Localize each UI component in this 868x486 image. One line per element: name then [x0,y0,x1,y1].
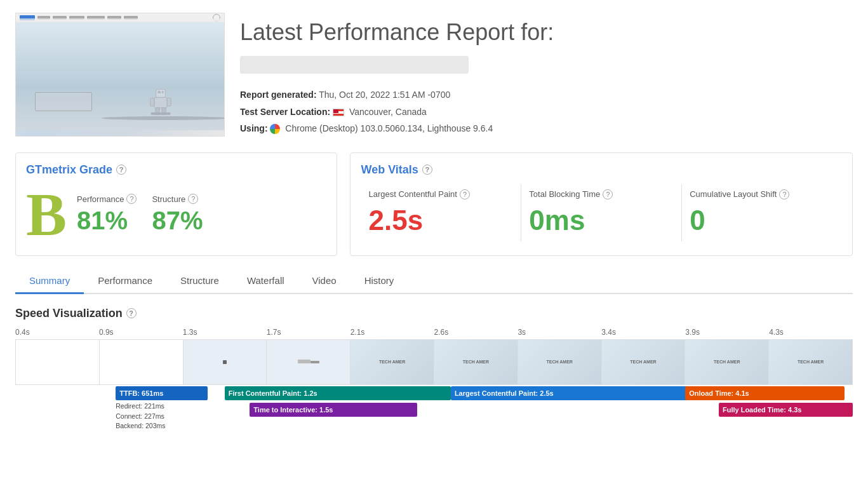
ruler-mark-8: 3.9s [685,328,769,337]
fcp-bar: First Contentful Paint: 1.2s [225,386,451,400]
svg-rect-2 [162,91,164,93]
screenshot-frame-4 [267,340,351,384]
cls-help-icon[interactable]: ? [779,189,789,199]
server-location-label: Test Server Location: [240,107,330,117]
tti-bar: Time to Interactive: 1.5s [250,403,417,417]
tbt-vital: Total Blocking Time ? 0ms [521,184,682,241]
performance-value: 81% [77,206,137,235]
screenshot-label-7: TECH AMER [547,360,573,364]
svg-rect-0 [156,90,166,98]
ruler-mark-7: 3.4s [601,328,685,337]
tab-history[interactable]: History [351,269,408,294]
web-vitals-card: Web Vitals ? Largest Contentful Paint ? … [350,152,853,256]
speed-viz-title: Speed Visualization ? [15,307,853,320]
web-vitals-help-icon[interactable]: ? [422,165,432,175]
ruler-mark-0: 0.4s [15,328,99,337]
using-row: Using: Chrome (Desktop) 103.0.5060.134, … [240,120,853,137]
report-info: Latest Performance Report for: Report ge… [240,13,853,137]
performance-help-icon[interactable]: ? [126,194,137,204]
report-generated-label: Report generated: [240,90,317,100]
structure-label: Structure ? [152,194,203,204]
ruler-mark-3: 1.7s [267,328,351,337]
onload-bar: Onload Time: 4.1s [685,386,845,400]
using-value: Chrome (Desktop) 103.0.5060.134, Lightho… [285,123,493,133]
tab-performance[interactable]: Performance [84,269,166,294]
annotations-area: TTFB: 651ms Redirect: 221msConnect: 227m… [15,386,853,443]
lcp-vital: Largest Contentful Paint ? 2.5s [361,184,521,241]
lcp-label: Largest Contentful Paint ? [368,189,513,199]
screenshot-frame-9: TECH AMER [685,340,769,384]
screenshots-container: TECH AMER TECH AMER TECH AMER TECH AMER … [15,339,853,385]
performance-label: Performance ? [77,194,137,204]
screenshot-frame-1 [16,340,100,384]
screenshot-frame-10: TECH AMER [769,340,852,384]
tab-summary[interactable]: Summary [15,269,84,294]
screenshot-frame-2 [100,340,184,384]
screenshot-frame-5: TECH AMER [351,340,434,384]
gtmetrix-grade-card: GTmetrix Grade ? B Performance ? 81% [15,152,337,256]
grade-metrics: Performance ? 81% Structure ? 87% [77,194,203,235]
report-title: Latest Performance Report for: [240,19,853,46]
speed-viz-help-icon[interactable]: ? [126,308,137,318]
screenshot-frame-8: TECH AMER [602,340,686,384]
using-label: Using: [240,123,268,133]
tbt-label: Total Blocking Time ? [529,189,674,199]
screenshots-strip: TECH AMER TECH AMER TECH AMER TECH AMER … [15,339,853,385]
gtmetrix-grade-title: GTmetrix Grade ? [26,163,326,177]
svg-rect-5 [167,98,171,106]
grades-section: GTmetrix Grade ? B Performance ? 81% [15,152,853,256]
structure-value: 87% [152,206,203,235]
structure-help-icon[interactable]: ? [188,194,198,204]
cls-label: Cumulative Layout Shift ? [690,189,834,199]
canada-flag-icon [333,109,344,116]
ruler-mark-9: 4.3s [769,328,853,337]
svg-rect-4 [150,98,154,106]
tbt-help-icon[interactable]: ? [603,189,613,199]
tabs-section: Summary Performance Structure Waterfall … [15,269,853,294]
screenshot-label-8: TECH AMER [630,360,656,364]
timeline-ruler: 0.4s 0.9s 1.3s 1.7s 2.1s 2.6s 3s 3.4s 3.… [15,328,853,337]
screenshot-frame-6: TECH AMER [434,340,518,384]
screenshot-label-10: TECH AMER [798,360,824,364]
fully-loaded-bar: Fully Loaded Time: 4.3s [719,403,853,417]
svg-rect-1 [157,91,161,93]
grade-letter: B [26,184,67,245]
report-meta: Report generated: Thu, Oct 20, 2022 1:51… [240,86,853,137]
tbt-value: 0ms [529,205,674,236]
server-location-row: Test Server Location: Vancouver, Canada [240,104,853,121]
lcp-value: 2.5s [368,205,513,236]
robot-illustration [148,87,173,119]
ruler-mark-1: 0.9s [99,328,183,337]
screenshot-label-6: TECH AMER [463,360,489,364]
page-wrapper: Latest Performance Report for: Report ge… [0,0,868,462]
lcp-bar: Largest Contentful Paint: 2.5s [451,386,694,400]
svg-rect-8 [151,112,171,115]
chrome-icon [270,124,280,134]
cls-vital: Cumulative Layout Shift ? 0 [682,184,842,241]
ttfb-sub-details: Redirect: 221msConnect: 227msBackend: 20… [116,402,165,431]
tab-waterfall[interactable]: Waterfall [233,269,298,294]
ruler-mark-4: 2.1s [351,328,434,337]
svg-rect-3 [154,97,167,107]
ttfb-bar: TTFB: 651ms [116,386,208,400]
screenshot-label-9: TECH AMER [714,360,740,364]
ruler-mark-6: 3s [517,328,601,337]
web-vitals-inner: Largest Contentful Paint ? 2.5s Total Bl… [361,184,842,241]
ruler-mark-5: 2.6s [434,328,518,337]
url-bar [240,56,469,74]
performance-metric: Performance ? 81% [77,194,137,235]
report-generated-row: Report generated: Thu, Oct 20, 2022 1:51… [240,86,853,104]
site-thumbnail [15,13,225,137]
screenshot-frame-3 [184,340,267,384]
ruler-mark-2: 1.3s [183,328,267,337]
screenshot-frame-7: TECH AMER [518,340,602,384]
gtmetrix-grade-inner: B Performance ? 81% Structure ? [26,184,326,245]
lcp-help-icon[interactable]: ? [460,189,470,199]
cls-value: 0 [690,205,834,236]
speed-visualization-section: Speed Visualization ? 0.4s 0.9s 1.3s 1.7… [15,307,853,450]
tab-structure[interactable]: Structure [166,269,233,294]
server-location-value: Vancouver, Canada [349,107,427,117]
tab-video[interactable]: Video [298,269,351,294]
header-section: Latest Performance Report for: Report ge… [15,13,853,137]
gtmetrix-grade-help-icon[interactable]: ? [116,165,126,175]
